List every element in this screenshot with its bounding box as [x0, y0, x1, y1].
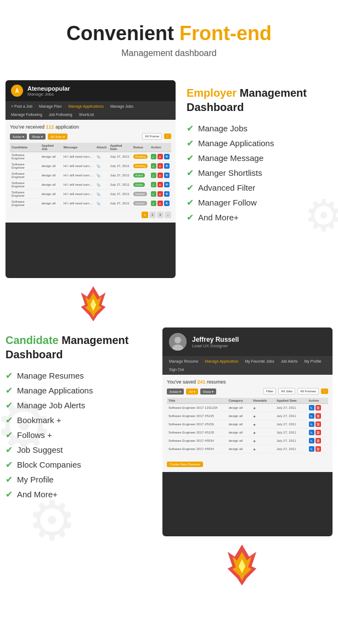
view-icon[interactable]: 👁 [164, 163, 170, 169]
candidate-filter-btn[interactable]: All ▾ [186, 388, 198, 395]
edit-icon[interactable]: ✎ [309, 405, 314, 410]
candidate-jobs-select[interactable]: All Jobs [278, 388, 295, 395]
approve-icon[interactable]: ✓ [151, 154, 156, 159]
cell-msg: Hi I still need some help [62, 152, 95, 162]
table-row: Software Engineer design all Hi I still … [10, 171, 171, 180]
delete-icon[interactable]: 🗑 [316, 405, 321, 410]
page-1[interactable]: 1 [142, 212, 148, 218]
action-btn[interactable]: Action ▾ [10, 134, 27, 140]
view-icon[interactable]: 👁 [164, 191, 170, 197]
delete-icon[interactable]: 🗑 [316, 413, 321, 419]
page-2[interactable]: 2 [149, 212, 156, 218]
cell-status: Pending [132, 162, 149, 171]
cell-job: design all [40, 171, 62, 180]
approve-icon[interactable]: ✓ [151, 191, 156, 197]
view-icon[interactable]: 👁 [164, 173, 170, 178]
cnav-my-profile[interactable]: My Profile [302, 358, 323, 364]
nav-manage-plan[interactable]: Manage Plan [37, 103, 64, 109]
table-row: Software Engineer 2017 #5128 design all … [167, 429, 328, 437]
checkmark-icon: ✔ [187, 197, 194, 208]
view-icon[interactable]: 👁 [164, 182, 170, 187]
search-btn[interactable]: ↑ [164, 134, 171, 139]
candidate-frame-select[interactable]: Filter [263, 388, 276, 395]
col-message: Message [62, 143, 95, 152]
reject-icon[interactable]: ✕ [157, 191, 163, 197]
candidate-show-btn[interactable]: Show ▾ [200, 388, 217, 395]
col-action: Action [149, 143, 171, 152]
cell-viewable: ★ [251, 420, 275, 429]
col-viewable: Viewable [251, 398, 275, 404]
edit-icon[interactable]: ✎ [309, 413, 314, 419]
cnav-job-alerts[interactable]: Job Alerts [279, 358, 300, 364]
reject-icon[interactable]: ✕ [157, 154, 163, 159]
candidate-search-btn[interactable]: ↑ [321, 388, 328, 394]
title-highlight: Front-end [179, 22, 272, 45]
checkmark-icon: ✔ [187, 123, 194, 134]
cell-action: ✓ ✕ 👁 [149, 171, 171, 180]
cnav-favorite-jobs[interactable]: My Favorite Jobs [243, 358, 276, 364]
cell-viewable: ★ [251, 412, 275, 420]
cell-action: ✓ ✕ 👁 [149, 152, 171, 162]
nav-manage-following[interactable]: Manage Following [9, 112, 44, 118]
cell-att: 📎 [95, 171, 109, 180]
approve-icon[interactable]: ✓ [151, 163, 156, 169]
delete-icon[interactable]: 🗑 [316, 430, 321, 435]
nav-job-following[interactable]: Job Following [47, 112, 75, 118]
mock-site-sub: Manage Jobs [27, 92, 70, 97]
reject-icon[interactable]: ✕ [157, 163, 163, 169]
show-btn[interactable]: Show ▾ [29, 134, 46, 140]
cell-date: July 27, 2011 [275, 445, 307, 453]
candidate-action-btn[interactable]: Action ▾ [167, 388, 184, 395]
reject-icon[interactable]: ✕ [157, 201, 163, 206]
col-date: Applied Date [108, 143, 131, 152]
reject-icon[interactable]: ✕ [157, 182, 163, 187]
cnav-manage-application[interactable]: Manage Application [202, 358, 240, 364]
checkmark-icon: ✔ [5, 489, 13, 499]
frame-select[interactable]: All Frame [142, 133, 162, 140]
feature-text: Manage Resumes [17, 371, 84, 380]
feature-text: Manager Follow [198, 198, 257, 207]
edit-icon[interactable]: ✎ [309, 421, 314, 427]
nav-shortlist[interactable]: ShortList [77, 112, 97, 118]
page-next[interactable]: › [165, 212, 171, 218]
list-item: ✔Manage Applications [187, 138, 333, 148]
main-content: ⚙ ⚙ ⚙ A Ateneupopular Manage Jobs + Post… [0, 80, 338, 586]
application-count: 112 [46, 124, 54, 130]
approve-icon[interactable]: ✓ [151, 182, 156, 187]
delete-icon[interactable]: 🗑 [316, 446, 321, 452]
view-icon[interactable]: 👁 [164, 154, 170, 159]
approve-icon[interactable]: ✓ [151, 173, 156, 178]
filter-all-btn[interactable]: All Jobs ▾ [48, 134, 67, 140]
col-category: Category [227, 398, 251, 404]
create-resume-btn[interactable]: Create New Resume [167, 462, 203, 467]
cell-date: July 27, 2011 [275, 404, 307, 412]
cell-title: Software Engineer 2017 #5534 [167, 445, 227, 453]
nav-manage-applications[interactable]: Manage Applications [66, 103, 106, 109]
edit-icon[interactable]: ✎ [309, 430, 314, 435]
edit-icon[interactable]: ✎ [309, 446, 314, 452]
checkmark-icon: ✔ [187, 182, 194, 193]
employer-section: A Ateneupopular Manage Jobs + Post a Job… [5, 80, 333, 278]
cell-title: Software Engineer 2017 #5156 [167, 420, 227, 429]
cnav-sign-out[interactable]: Sign Out [167, 367, 186, 373]
cell-title: Software Engineer 2017 #5534 [167, 437, 227, 445]
view-icon[interactable]: 👁 [164, 201, 170, 206]
mock-nav: + Post a Job Manage Plan Manage Applicat… [5, 101, 176, 120]
col-att: Attach [95, 143, 109, 152]
gear-decoration-bl: ⚙ [27, 488, 77, 553]
nav-manage-jobs[interactable]: Manage Jobs [108, 103, 136, 109]
cnav-manage-resume[interactable]: Manage Resume [167, 358, 200, 364]
delete-icon[interactable]: 🗑 [316, 438, 321, 443]
reject-icon[interactable]: ✕ [157, 173, 163, 178]
cell-cat: design all [227, 437, 251, 445]
edit-icon[interactable]: ✎ [309, 438, 314, 443]
approve-icon[interactable]: ✓ [151, 201, 156, 206]
list-item: ✔Manage Jobs [187, 123, 333, 134]
candidate-frames-select[interactable]: All Frames [297, 388, 319, 395]
checkmark-icon: ✔ [187, 153, 194, 163]
cell-date: July 27, 2011 [108, 180, 131, 190]
nav-post-job[interactable]: + Post a Job [9, 103, 35, 109]
cell-action: ✓ ✕ 👁 [149, 180, 171, 190]
page-3[interactable]: 3 [157, 212, 164, 218]
delete-icon[interactable]: 🗑 [316, 421, 321, 427]
